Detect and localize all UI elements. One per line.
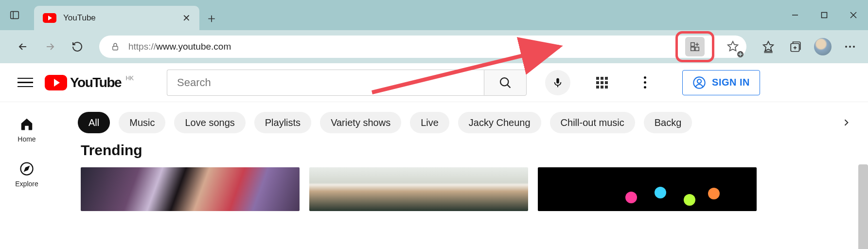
svg-rect-0 [11, 12, 19, 19]
search-button[interactable] [484, 70, 527, 96]
video-thumbnail[interactable] [309, 167, 528, 211]
chip-jacky-cheung[interactable]: Jacky Cheung [458, 112, 541, 133]
search-input[interactable] [167, 70, 484, 96]
back-button[interactable] [12, 36, 34, 58]
sidebar-item-label: Explore [15, 180, 38, 188]
vertical-scrollbar[interactable] [858, 164, 868, 249]
add-favorite-button[interactable] [723, 37, 743, 56]
forward-button[interactable] [39, 36, 61, 58]
user-icon [692, 76, 706, 89]
address-bar[interactable]: https://www.youtube.com [99, 36, 746, 58]
youtube-body: Home Explore All Music Love songs Playli… [0, 102, 868, 249]
more-vert-icon [644, 76, 646, 89]
maximize-button[interactable] [810, 0, 839, 30]
chip-variety-shows[interactable]: Variety shows [320, 112, 401, 133]
settings-menu-button[interactable] [634, 71, 656, 94]
tab-actions-button[interactable] [0, 0, 29, 30]
apps-grid-icon [596, 77, 608, 89]
profile-avatar[interactable] [812, 36, 834, 58]
svg-rect-25 [556, 78, 559, 83]
title-bar: YouTube ✕ ＋ [0, 0, 868, 30]
svg-point-21 [849, 46, 851, 48]
youtube-apps-button[interactable] [591, 71, 613, 94]
voice-search-button[interactable] [545, 70, 570, 95]
youtube-wordmark: YouTube [70, 75, 121, 90]
chip-live[interactable]: Live [410, 112, 449, 133]
window-controls [780, 0, 868, 30]
svg-point-22 [853, 46, 855, 48]
chip-music[interactable]: Music [119, 112, 165, 133]
sidebar-item-explore[interactable]: Explore [15, 161, 38, 188]
guide-menu-button[interactable] [18, 75, 33, 90]
sign-in-label: SIGN IN [712, 77, 750, 88]
chip-playlists[interactable]: Playlists [254, 112, 311, 133]
region-code: HK [125, 75, 134, 82]
sidebar-item-label: Home [18, 135, 35, 143]
chip-love-songs[interactable]: Love songs [174, 112, 245, 133]
svg-rect-9 [695, 47, 699, 51]
youtube-play-icon [45, 75, 67, 90]
url-text: https://www.youtube.com [128, 41, 667, 52]
chip-background[interactable]: Backg [644, 112, 692, 133]
youtube-favicon-icon [43, 13, 56, 23]
youtube-sidebar: Home Explore [0, 102, 53, 249]
youtube-main: All Music Love songs Playlists Variety s… [53, 102, 868, 249]
section-title: Trending [53, 139, 858, 167]
video-thumbnails [53, 167, 858, 211]
more-menu-button[interactable] [839, 36, 861, 58]
svg-rect-7 [691, 43, 694, 46]
chevron-right-icon [841, 118, 851, 127]
video-thumbnail[interactable] [81, 167, 300, 211]
close-window-button[interactable] [839, 0, 868, 30]
extensions-button[interactable] [685, 37, 705, 56]
svg-rect-3 [822, 13, 827, 18]
browser-tab[interactable]: YouTube ✕ [34, 6, 199, 30]
favorites-button[interactable] [757, 36, 779, 58]
close-tab-button[interactable]: ✕ [182, 12, 191, 24]
youtube-search [167, 70, 527, 96]
filter-chips: All Music Love songs Playlists Variety s… [53, 102, 858, 139]
chip-chill-out[interactable]: Chill-out music [550, 112, 635, 133]
new-tab-button[interactable]: ＋ [199, 6, 224, 30]
svg-rect-8 [691, 47, 694, 51]
tab-title: YouTube [63, 13, 176, 23]
browser-window: YouTube ✕ ＋ https://www.youtube.com [0, 0, 868, 249]
svg-point-23 [500, 78, 508, 86]
lock-icon [111, 42, 120, 51]
home-icon [19, 117, 34, 131]
browser-toolbar: https://www.youtube.com [0, 30, 868, 63]
sidebar-item-home[interactable]: Home [18, 117, 35, 143]
page-content: YouTube HK SIGN IN [0, 63, 868, 249]
video-thumbnail[interactable] [538, 167, 757, 211]
svg-point-20 [845, 46, 847, 48]
minimize-button[interactable] [780, 0, 810, 30]
svg-line-24 [507, 85, 510, 88]
explore-icon [19, 161, 34, 176]
chips-next-button[interactable] [834, 112, 858, 133]
annotation-highlight [675, 31, 714, 62]
svg-point-28 [697, 79, 701, 83]
collections-button[interactable] [784, 36, 807, 58]
youtube-header: YouTube HK SIGN IN [0, 63, 868, 102]
svg-rect-6 [113, 46, 118, 50]
chip-all[interactable]: All [78, 112, 110, 133]
youtube-logo[interactable]: YouTube HK [45, 75, 121, 90]
sign-in-button[interactable]: SIGN IN [682, 70, 760, 95]
refresh-button[interactable] [66, 36, 89, 58]
